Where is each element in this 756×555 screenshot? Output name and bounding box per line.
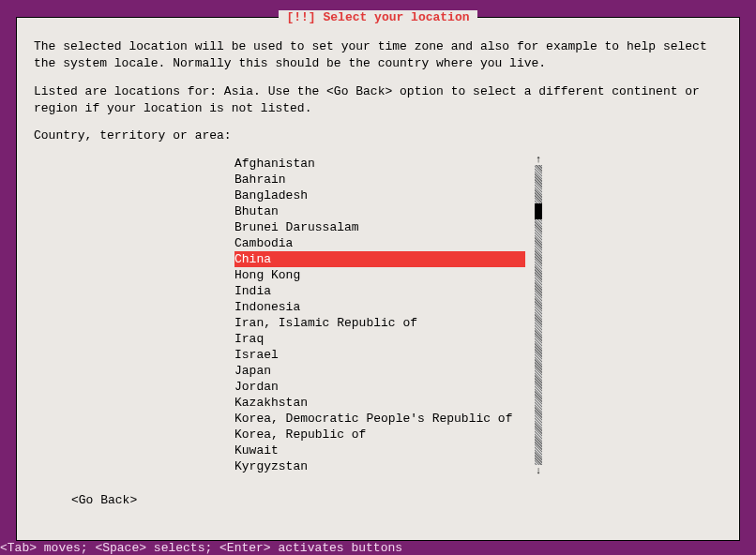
list-item[interactable]: Bangladesh (234, 188, 552, 203)
description-line-2: Listed are locations for: Asia. Use the … (34, 83, 722, 116)
list-item[interactable]: Cambodia (234, 235, 552, 251)
list-item[interactable]: Iran, Islamic Republic of (234, 315, 552, 331)
list-item[interactable]: Hong Kong (234, 267, 552, 283)
list-item[interactable]: Israel (234, 347, 552, 363)
status-bar: <Tab> moves; <Space> selects; <Enter> ac… (0, 541, 756, 555)
location-dialog: [!!] Select your location The selected l… (16, 17, 740, 541)
list-item[interactable]: Japan (234, 363, 552, 379)
list-item[interactable]: Kyrgyzstan (234, 458, 552, 474)
list-item[interactable]: Jordan (234, 379, 552, 395)
go-back-button[interactable]: <Go Back> (71, 493, 137, 507)
dialog-title-container: [!!] Select your location (17, 10, 739, 24)
prompt-label: Country, territory or area: (34, 128, 722, 142)
list-item[interactable]: India (234, 283, 552, 299)
list-item[interactable]: China (234, 251, 552, 267)
list-item[interactable]: Korea, Republic of (234, 427, 552, 442)
description-line-1: The selected location will be used to se… (34, 38, 722, 71)
location-list[interactable]: ↑ ↓ AfghanistanBahrainBangladeshBhutanBr… (234, 156, 552, 474)
list-item[interactable]: Indonesia (234, 299, 552, 315)
list-item[interactable]: Korea, Democratic People's Republic of (234, 411, 552, 427)
list-item[interactable]: Iraq (234, 331, 552, 347)
list-item[interactable]: Afghanistan (234, 156, 552, 172)
list-item[interactable]: Kuwait (234, 442, 552, 458)
list-item[interactable]: Bahrain (234, 172, 552, 188)
list-item[interactable]: Bhutan (234, 203, 552, 219)
dialog-title: [!!] Select your location (279, 10, 476, 24)
list-item[interactable]: Brunei Darussalam (234, 219, 552, 235)
list-item[interactable]: Kazakhstan (234, 395, 552, 411)
